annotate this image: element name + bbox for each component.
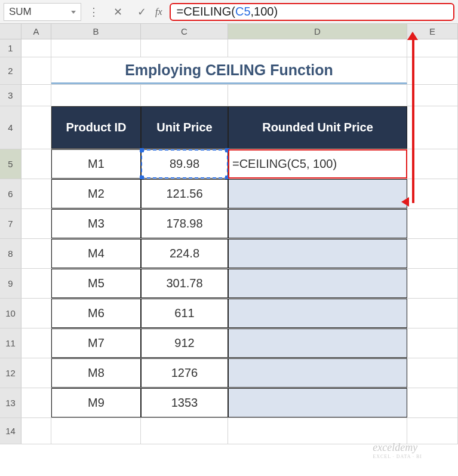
cell-C3[interactable] [141,85,228,106]
cancel-icon[interactable]: ✕ [111,5,124,19]
cell-B5[interactable]: M1 [51,149,141,179]
cell-A11[interactable] [21,328,51,358]
header-unit-price[interactable]: Unit Price [141,106,228,149]
cell-C13[interactable]: 1353 [141,388,228,417]
cell-B1[interactable] [51,39,141,57]
row-header-2[interactable]: 2 [0,57,21,84]
row-header-9[interactable]: 9 [0,269,21,298]
cell-B6[interactable]: M2 [51,179,141,208]
cell-C6[interactable]: 121.56 [141,179,228,208]
row-header-6[interactable]: 6 [0,179,21,208]
cell-E4[interactable] [407,106,458,149]
cell-E8[interactable] [407,239,458,268]
row-9: 9 M5 301.78 [0,269,458,299]
cell-A8[interactable] [21,239,51,268]
cell-D13[interactable] [228,388,407,417]
col-header-C[interactable]: C [141,24,228,39]
cell-D7[interactable] [228,209,407,238]
cell-D3[interactable] [228,85,407,106]
cell-D12[interactable] [228,358,407,388]
cell-A13[interactable] [21,388,51,417]
header-rounded-price[interactable]: Rounded Unit Price [228,106,407,149]
cell-D8[interactable] [228,239,407,268]
cell-A14[interactable] [21,418,51,444]
cell-A1[interactable] [21,39,51,57]
cell-D10[interactable] [228,299,407,328]
cell-D5-editing[interactable]: =CEILING(C5, 100) [228,149,407,179]
cell-A4[interactable] [21,106,51,149]
row-header-3[interactable]: 3 [0,85,21,106]
row-header-11[interactable]: 11 [0,328,21,358]
formula-open: ( [231,5,235,19]
select-all-corner[interactable] [0,24,21,39]
row-header-8[interactable]: 8 [0,239,21,268]
cell-B12[interactable]: M8 [51,358,141,388]
cell-A6[interactable] [21,179,51,208]
cell-C14[interactable] [141,418,228,444]
row-header-10[interactable]: 10 [0,299,21,328]
cell-B3[interactable] [51,85,141,106]
accept-icon[interactable]: ✓ [135,5,148,19]
cell-E11[interactable] [407,328,458,358]
cell-A3[interactable] [21,85,51,106]
cell-B7[interactable]: M3 [51,209,141,238]
header-product-id[interactable]: Product ID [51,106,141,149]
formula-ref: C5 [235,5,251,19]
cell-D11[interactable] [228,328,407,358]
menu-dots-icon[interactable]: ⋮ [87,5,100,19]
cell-B8[interactable]: M4 [51,239,141,268]
cell-E12[interactable] [407,358,458,388]
formula-bar: SUM ⋮ ✕ ✓ fx = CEILING ( C5 , 100 ) [0,0,458,24]
cell-E5[interactable] [407,149,458,179]
row-11: 11 M7 912 [0,328,458,358]
cell-E2[interactable] [407,57,458,84]
cell-B9[interactable]: M5 [51,269,141,298]
cell-A7[interactable] [21,209,51,238]
cell-C7[interactable]: 178.98 [141,209,228,238]
cell-D1[interactable] [228,39,407,57]
cell-A12[interactable] [21,358,51,388]
cell-D6[interactable] [228,179,407,208]
cell-E9[interactable] [407,269,458,298]
cell-B10[interactable]: M6 [51,299,141,328]
fx-icon[interactable]: fx [155,7,162,17]
cell-C12[interactable]: 1276 [141,358,228,388]
row-header-12[interactable]: 12 [0,358,21,388]
cell-E6[interactable] [407,179,458,208]
cell-C8[interactable]: 224.8 [141,239,228,268]
cell-A5[interactable] [21,149,51,179]
cell-B13[interactable]: M9 [51,388,141,417]
cell-E10[interactable] [407,299,458,328]
col-header-A[interactable]: A [21,24,51,39]
col-header-B[interactable]: B [51,24,141,39]
cell-C10[interactable]: 611 [141,299,228,328]
cell-E3[interactable] [407,85,458,106]
row-header-7[interactable]: 7 [0,209,21,238]
cell-D14[interactable] [228,418,407,444]
row-header-4[interactable]: 4 [0,106,21,149]
row-header-1[interactable]: 1 [0,39,21,57]
cell-A9[interactable] [21,269,51,298]
cell-C5[interactable]: 89.98 [141,149,228,179]
cell-B11[interactable]: M7 [51,328,141,358]
formula-input[interactable]: = CEILING ( C5 , 100 ) [170,3,454,21]
callout-arrow-head-left [401,197,409,207]
row-header-13[interactable]: 13 [0,388,21,417]
cell-E7[interactable] [407,209,458,238]
cell-E14[interactable] [407,418,458,444]
cell-E13[interactable] [407,388,458,417]
cell-B14[interactable] [51,418,141,444]
title-cell[interactable]: Employing CEILING Function [51,57,407,84]
col-header-D[interactable]: D [228,24,407,39]
row-header-5[interactable]: 5 [0,149,21,179]
cell-C11[interactable]: 912 [141,328,228,358]
cell-A2[interactable] [21,57,51,84]
cell-C1[interactable] [141,39,228,57]
cell-C9[interactable]: 301.78 [141,269,228,298]
cell-D9[interactable] [228,269,407,298]
cell-A10[interactable] [21,299,51,328]
row-header-14[interactable]: 14 [0,418,21,444]
name-box[interactable]: SUM [4,3,81,21]
row-10: 10 M6 611 [0,299,458,328]
cell-E1[interactable] [407,39,458,57]
